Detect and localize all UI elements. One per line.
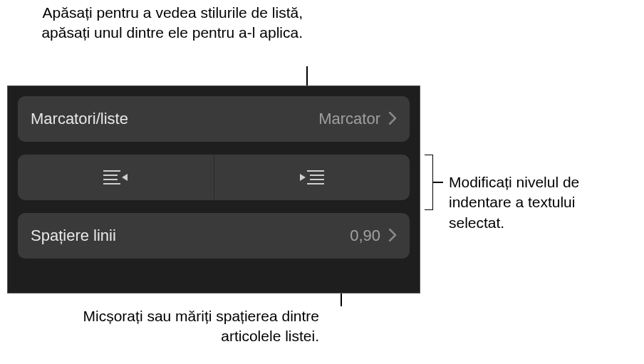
callout-bottom-text: Micșorați sau măriți spațierea dintre ar… <box>83 308 319 344</box>
bullets-lists-value: Marcator <box>318 110 380 128</box>
chevron-right-icon <box>389 226 397 246</box>
line-spacing-label: Spațiere linii <box>31 227 350 245</box>
settings-panel: Marcatori/liste Marcator <box>7 85 420 293</box>
callout-line-right <box>433 182 443 183</box>
callout-bottom: Micșorați sau măriți spațierea dintre ar… <box>56 306 319 347</box>
indent-button[interactable] <box>214 155 410 200</box>
callout-right-text: Modificați nivelul de indentare a textul… <box>449 174 579 231</box>
callout-top: Apăsați pentru a vedea stilurile de list… <box>39 3 303 43</box>
chevron-right-icon <box>389 109 397 129</box>
outdent-button[interactable] <box>18 155 214 200</box>
callout-right: Modificați nivelul de indentare a textul… <box>449 172 634 233</box>
bullets-lists-row[interactable]: Marcatori/liste Marcator <box>18 96 410 142</box>
line-spacing-row[interactable]: Spațiere linii 0,90 <box>18 213 410 259</box>
svg-marker-4 <box>122 174 128 181</box>
bracket-right <box>425 155 433 210</box>
outdent-icon <box>103 169 128 186</box>
line-spacing-value: 0,90 <box>350 227 380 245</box>
callout-top-text: Apăsați pentru a vedea stilurile de list… <box>41 4 303 41</box>
bullets-lists-label: Marcatori/liste <box>31 110 318 128</box>
indent-icon <box>300 169 324 186</box>
svg-marker-5 <box>300 174 306 181</box>
indent-controls-row <box>18 155 410 200</box>
